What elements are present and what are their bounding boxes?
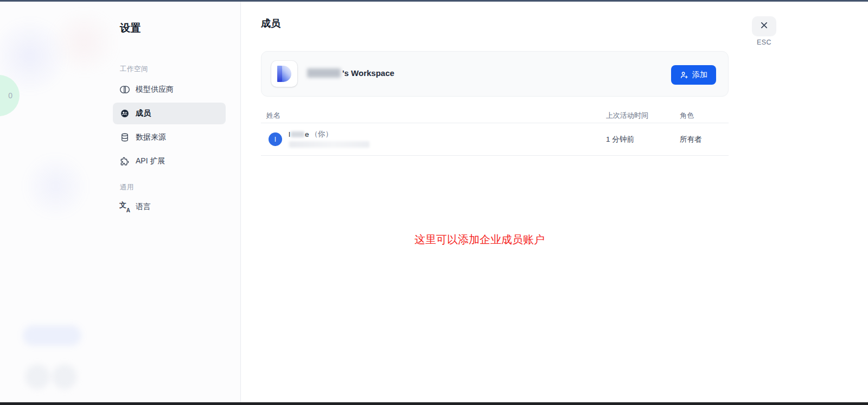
badge-glyph: 0: [8, 91, 12, 100]
workspace-logo: [271, 61, 297, 87]
workspace-card: 's Workspace 添加: [261, 51, 729, 97]
language-icon-glyph-secondary: A: [126, 207, 130, 213]
annotation-text: 这里可以添加企业成员账户: [414, 232, 545, 247]
column-header-role: 角色: [680, 111, 694, 121]
member-name-start: l: [289, 130, 290, 138]
panel-divider: [240, 2, 241, 402]
settings-title: 设置: [120, 21, 141, 35]
sidebar-item-label: 数据来源: [136, 132, 166, 142]
sidebar-item-model-provider[interactable]: 模型供应商: [113, 79, 226, 100]
member-name: l e （你）: [289, 129, 333, 139]
sidebar-item-label: API 扩展: [136, 156, 165, 166]
close-button[interactable]: [752, 16, 776, 36]
column-header-name: 姓名: [266, 111, 280, 121]
language-icon: 文 A: [120, 202, 130, 212]
sidebar-item-data-source[interactable]: 数据来源: [113, 126, 226, 148]
backdrop-green-badge: 0: [0, 75, 20, 116]
member-name-end: e: [305, 130, 309, 138]
page-title: 成员: [261, 17, 280, 30]
workspace-name: 's Workspace: [307, 68, 394, 78]
settings-sidebar: 0 设置 工作空间 模型供应商: [0, 2, 240, 402]
member-last-active: 1 分钟前: [606, 135, 634, 144]
sidebar-item-language[interactable]: 文 A 语言: [113, 196, 226, 218]
member-row: l l e （你） 1 分钟前 所有者: [261, 123, 729, 156]
member-you-suffix: （你）: [311, 129, 333, 139]
redacted-member-name: [291, 131, 304, 137]
backdrop-blob: [25, 364, 50, 389]
backdrop-blob: [46, 12, 122, 72]
sidebar-item-members[interactable]: 成员: [113, 103, 226, 124]
avatar-letter: l: [275, 136, 276, 143]
redacted-workspace-name: [307, 68, 341, 78]
esc-hint: ESC: [752, 39, 776, 46]
sidebar-item-api-extension[interactable]: API 扩展: [113, 150, 226, 172]
add-member-button[interactable]: 添加: [671, 65, 716, 85]
section-label-general: 通用: [120, 183, 134, 192]
model-provider-icon: [120, 85, 130, 94]
window-bottom-edge: [0, 402, 868, 405]
section-label-workspace: 工作空间: [120, 65, 148, 74]
members-table-header: 姓名 上次活动时间 角色: [261, 106, 729, 123]
close-icon: [760, 21, 768, 31]
api-extension-icon: [120, 156, 130, 166]
sidebar-nav-general: 文 A 语言: [113, 196, 226, 220]
add-member-label: 添加: [692, 70, 707, 80]
sidebar-item-label: 语言: [136, 202, 151, 212]
backdrop-blob: [22, 154, 90, 219]
column-header-last-active: 上次活动时间: [606, 111, 648, 121]
workspace-name-suffix: 's Workspace: [342, 68, 394, 78]
members-icon: [120, 109, 130, 118]
user-plus-icon: [680, 71, 688, 79]
language-icon-glyph-primary: 文: [119, 200, 126, 210]
sidebar-item-label: 模型供应商: [136, 85, 174, 94]
sidebar-nav-workspace: 模型供应商 成员 数据来源: [113, 79, 226, 174]
redacted-member-email: [289, 141, 369, 148]
avatar: l: [269, 132, 282, 146]
backdrop-blob: [23, 325, 81, 346]
window-top-edge: [0, 0, 868, 2]
dify-logo-icon: [277, 66, 291, 82]
data-source-icon: [120, 132, 130, 142]
backdrop-blob: [52, 364, 77, 389]
sidebar-item-label: 成员: [136, 109, 151, 118]
member-role: 所有者: [680, 135, 702, 144]
